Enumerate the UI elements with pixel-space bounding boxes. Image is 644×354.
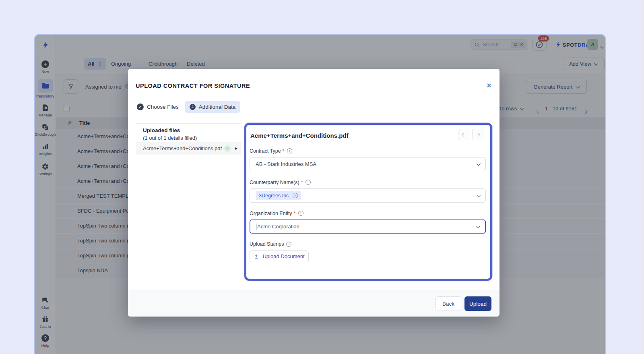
info-icon: i <box>287 148 292 153</box>
modal-footer: Back Upload <box>128 290 500 317</box>
screen-edge-strip <box>641 0 644 354</box>
file-details-panel: Acme+Terms+and+Conditions.pdf Contract T… <box>244 123 492 281</box>
info-icon: i <box>298 211 303 216</box>
info-icon: i <box>305 180 311 185</box>
step-check-icon: ✓ <box>137 104 144 110</box>
success-check-icon: ✓ <box>224 145 231 152</box>
uploaded-files-subheading: (1 out of 1 details filled) <box>143 135 242 141</box>
step-additional-data[interactable]: 2 Additional Data <box>185 101 241 113</box>
step-choose-files[interactable]: ✓ Choose Files <box>137 104 179 110</box>
caret-right-icon: ▶ <box>235 147 237 150</box>
counterparty-select[interactable]: 3Degrees Inc. ✕ <box>250 188 486 203</box>
chevron-down-icon <box>477 193 481 197</box>
uploaded-files-panel: Uploaded files (1 out of 1 details fille… <box>136 123 242 141</box>
upload-contract-modal: UPLOAD CONTRACT FOR SIGNATURE ✕ ✓ Choose… <box>128 69 500 317</box>
text-cursor <box>256 224 256 230</box>
upload-document-button[interactable]: Upload Document <box>250 250 309 262</box>
close-icon[interactable]: ✕ <box>485 81 493 90</box>
modal-title: UPLOAD CONTRACT FOR SIGNATURE <box>136 83 250 89</box>
chevron-down-icon <box>477 162 481 166</box>
counterparty-label: Counterparty Name(s) * i <box>250 179 311 185</box>
uploaded-files-heading: Uploaded files <box>143 127 242 133</box>
contract-type-select[interactable]: AB - Stark Industries MSA <box>250 157 486 171</box>
prev-file-button[interactable] <box>458 129 469 140</box>
upload-icon <box>254 254 259 259</box>
step-number-icon: 2 <box>190 104 196 110</box>
document-title: Acme+Terms+and+Conditions.pdf <box>250 132 349 139</box>
remove-chip-icon[interactable]: ✕ <box>293 193 298 198</box>
organization-entity-label: Organization Entity * i <box>250 210 303 216</box>
stepper: ✓ Choose Files 2 Additional Data <box>137 101 240 113</box>
info-icon: i <box>286 242 291 247</box>
back-button[interactable]: Back <box>436 296 461 311</box>
next-file-button[interactable] <box>472 129 483 140</box>
uploaded-file-item[interactable]: Acme+Terms+and+Conditions.pdf ✓ ▶ <box>136 142 242 155</box>
contract-type-label: Contract Type * i <box>250 148 292 154</box>
organization-entity-select[interactable]: Acme Corporation <box>250 219 486 234</box>
counterparty-chip[interactable]: 3Degrees Inc. ✕ <box>256 191 301 200</box>
chevron-down-icon <box>476 224 480 228</box>
upload-stamps-label: Upload Stamps i <box>250 241 291 247</box>
upload-button[interactable]: Upload <box>464 296 491 311</box>
